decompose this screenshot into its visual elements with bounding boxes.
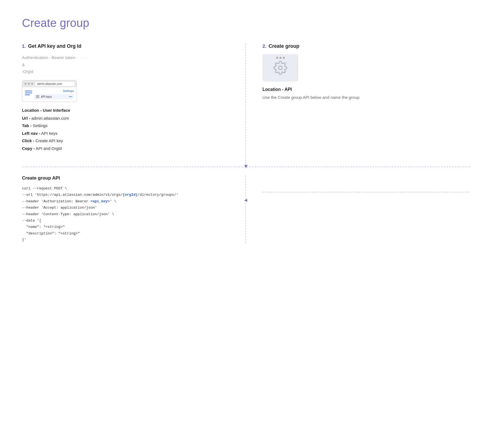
browser-sidebar [25, 89, 32, 99]
code-block: curl --request POST \ --url 'https://api… [22, 185, 232, 243]
browser-content: Settings API keys [34, 89, 74, 99]
browser-mockup: admin.atlassian.com Settings [22, 80, 77, 102]
sidebar-line-2 [25, 93, 32, 93]
arrow-down-connector: ▼ [243, 163, 249, 169]
api-section-title: Create group API [22, 175, 232, 181]
code-line-1: curl --request POST \ [22, 185, 232, 192]
tab-value: Settings [33, 123, 47, 128]
code-line-5: --header 'Content-Type: application/json… [22, 211, 232, 217]
url-label: Url - [22, 116, 30, 121]
right-column: 2. Create group Location - API Use the C… [246, 43, 470, 164]
browser-url: admin.atlassian.com [35, 82, 74, 86]
intro-line2: & [22, 62, 25, 67]
apikey-highlight: <api_key> [91, 199, 110, 203]
code-line-9: }' [22, 237, 232, 243]
url-value: admin.atlassian.com [31, 116, 69, 121]
step1-number: 1. [22, 44, 26, 49]
gear-top-bar [262, 57, 298, 59]
intro-line1: Authentication - Bearer token [22, 55, 75, 60]
code-line-6: --data '{ [22, 217, 232, 224]
browser-dot-2 [28, 83, 30, 85]
location-api-desc: Use the Create group API below and name … [262, 94, 470, 101]
browser-bar: admin.atlassian.com [22, 80, 77, 87]
bottom-right-dashed [262, 192, 470, 192]
tab-label: Tab - [22, 123, 32, 128]
sidebar-line-3 [25, 94, 30, 95]
gear-dot-1 [276, 57, 278, 59]
api-icon-line3 [36, 97, 39, 98]
step2-title: Create group [269, 43, 299, 49]
step2-number: 2. [262, 44, 266, 49]
bottom-right-col: ◄ [246, 175, 470, 243]
code-line-7: "name": "<string>" [22, 224, 232, 230]
leftnav-label: Left nav - [22, 131, 40, 136]
code-line-8: "description": "<string>" [22, 230, 232, 237]
api-icon-line2 [36, 96, 39, 97]
left-column: 1. Get API key and Org Id Authentication… [22, 43, 246, 164]
tab-item: Tab - Settings [22, 123, 232, 129]
api-keys-row: API keys [34, 94, 74, 99]
location-ui-title: Location - User Interface [22, 108, 232, 113]
intro-dots: · · · · · [78, 55, 88, 60]
step1-intro: Authentication - Bearer token · · · · · … [22, 54, 232, 75]
page-title: Create group [22, 16, 470, 30]
leftnav-value: API keys [41, 131, 57, 136]
code-line-2: --url 'https://api.atlassian.com/admin/v… [22, 192, 232, 198]
location-api-title: Location - API [262, 87, 470, 92]
copy-label: Copy - [22, 146, 35, 151]
api-keys-text: API keys [41, 95, 52, 98]
step2-header: 2. Create group [262, 43, 470, 49]
api-keys-dash [69, 96, 72, 97]
browser-dot-3 [31, 83, 33, 85]
gear-dot-3 [283, 57, 285, 59]
orgid-highlight: {orgId} [123, 193, 138, 197]
leftnav-item: Left nav - API keys [22, 130, 232, 137]
location-ui-section: Location - User Interface Url - admin.at… [22, 108, 232, 152]
arrow-left-connector: ◄ [243, 197, 248, 203]
click-value: Create API key [35, 138, 63, 143]
code-line-4: --header 'Accept: application/json' [22, 205, 232, 211]
gear-icon [273, 61, 287, 75]
api-keys-icon [36, 95, 39, 98]
step1-title: Get API key and Org Id [28, 43, 81, 49]
intro-line3: ·OrgId [22, 69, 33, 74]
click-item: Click - Create API key [22, 138, 232, 144]
bottom-left-col: Create group API curl --request POST \ -… [22, 175, 246, 243]
settings-tab: Settings [34, 89, 74, 93]
gear-dot-2 [279, 57, 281, 59]
api-icon-line1 [36, 95, 39, 96]
copy-value: API and OrgId [36, 146, 62, 151]
browser-dot-1 [24, 83, 27, 85]
click-label: Click - [22, 138, 34, 143]
sidebar-line-1 [25, 91, 32, 91]
url-item: Url - admin.atlassian.com [22, 115, 232, 122]
gear-container [262, 54, 298, 82]
svg-point-0 [279, 66, 282, 70]
code-line-3: --header 'Authorization: Bearer <api_key… [22, 198, 232, 205]
copy-item: Copy - API and OrgId [22, 145, 232, 152]
browser-body: Settings API keys [22, 87, 77, 102]
step1-header: 1. Get API key and Org Id [22, 43, 232, 49]
